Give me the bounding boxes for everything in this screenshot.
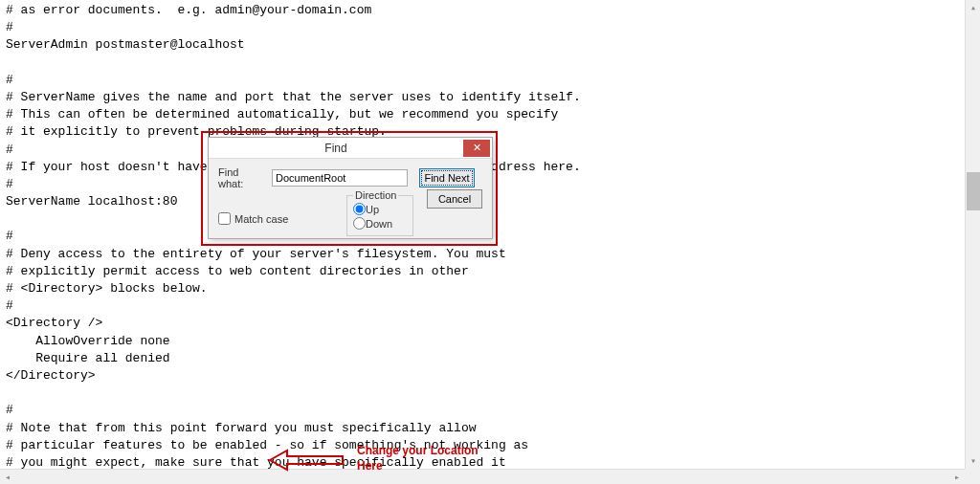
scroll-left-arrow-icon[interactable]: ◂ (0, 470, 15, 484)
annotation-text: Change your Location Here (357, 444, 479, 473)
scroll-up-arrow-icon[interactable]: ▴ (966, 0, 980, 15)
direction-up-radio[interactable] (353, 203, 366, 215)
direction-up-option[interactable]: Up (353, 203, 379, 215)
close-button[interactable]: ✕ (463, 140, 490, 157)
direction-down-radio[interactable] (353, 217, 366, 230)
vertical-scroll-thumb[interactable] (967, 172, 980, 210)
find-dialog: Find ✕ Find what: Find Next Direction Up… (208, 137, 493, 239)
scroll-right-arrow-icon[interactable]: ▸ (949, 470, 965, 484)
direction-group: Direction Up Down (346, 189, 413, 236)
find-dialog-body: Find what: Find Next Direction Up Down C… (209, 159, 492, 238)
scroll-down-arrow-icon[interactable]: ▾ (966, 453, 980, 469)
arrow-left-icon (268, 449, 345, 472)
cancel-button[interactable]: Cancel (427, 189, 482, 209)
direction-label: Direction (353, 189, 398, 201)
scrollbar-corner (965, 469, 980, 484)
horizontal-scrollbar[interactable]: ◂ ▸ (0, 469, 965, 484)
match-case-checkbox[interactable] (218, 212, 231, 225)
find-dialog-titlebar[interactable]: Find ✕ (209, 138, 492, 159)
vertical-scrollbar[interactable]: ▴ ▾ (965, 0, 980, 469)
direction-down-option[interactable]: Down (353, 217, 392, 230)
find-dialog-title: Find (209, 142, 463, 155)
match-case-label: Match case (234, 213, 288, 225)
find-what-input[interactable] (272, 169, 408, 187)
find-what-label: Find what: (218, 166, 266, 189)
match-case-option[interactable]: Match case (218, 212, 288, 225)
close-icon: ✕ (473, 142, 481, 154)
find-next-button[interactable]: Find Next (419, 168, 475, 187)
annotation-line2: Here (357, 459, 479, 474)
annotation-arrow (268, 449, 345, 475)
annotation-line1: Change your Location (357, 444, 479, 459)
